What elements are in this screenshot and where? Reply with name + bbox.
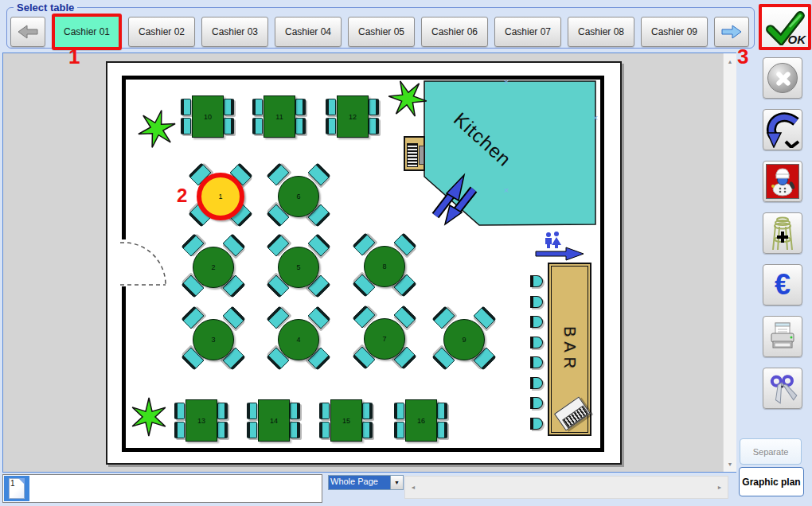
scroll-left-icon[interactable]: ◄ [407,477,420,498]
select-table-group: Select table Cashier 01Cashier 02Cashier… [6,2,755,49]
barstool-icon [767,215,798,251]
horizontal-scrollbar[interactable]: ◄ ► [404,476,728,499]
table-selection-screen: × × × × Kitchen BAR 16258347910111213141… [0,0,812,506]
table-4[interactable]: 4 [278,319,319,360]
table-6[interactable]: 6 [278,176,319,217]
next-cashier-button[interactable] [714,17,749,47]
toolbar: Select table Cashier 01Cashier 02Cashier… [0,0,812,51]
ok-label: OK [788,33,806,46]
add-stool-button[interactable] [763,212,802,254]
table-15[interactable]: 15 [330,399,362,442]
undo-button[interactable] [763,109,802,150]
left-arrow-icon [18,24,38,40]
scroll-right-icon[interactable]: ► [713,477,726,498]
cashier-button-05[interactable]: Cashier 05 [348,17,415,47]
close-icon [767,63,798,93]
page-thumbnail[interactable]: 1 [4,476,29,501]
dropdown-arrow-icon[interactable]: ▼ [390,476,403,489]
table-7[interactable]: 7 [364,318,405,360]
undo-icon [764,111,801,148]
cashier-buttons: Cashier 01Cashier 02Cashier 03Cashier 04… [52,14,708,50]
table-13[interactable]: 13 [185,399,217,442]
table-8[interactable]: 8 [364,246,405,287]
cashier-button-08[interactable]: Cashier 08 [568,17,634,47]
scroll-down-icon[interactable]: ▼ [724,457,736,470]
cash-register-icon [404,136,425,171]
table-14[interactable]: 14 [258,399,290,442]
select-table-label: Select table [14,2,77,14]
cashier-button-02[interactable]: Cashier 02 [128,17,195,47]
door-opening [120,239,127,286]
page-number: 1 [10,479,15,488]
table-5[interactable]: 5 [278,247,319,288]
prev-cashier-button[interactable] [10,17,45,47]
euro-button[interactable]: € [763,264,802,306]
table-10[interactable]: 10 [192,95,224,138]
table-1[interactable]: 1 [197,173,244,220]
chef-icon [766,164,799,199]
cashier-button-01[interactable]: Cashier 01 [52,14,122,50]
table-16[interactable]: 16 [405,399,437,442]
annotation-step-1: 1 [68,45,80,69]
right-arrow-icon [721,24,742,40]
ok-button[interactable]: OK [759,4,811,50]
printer-icon [767,321,798,352]
page-fold-icon [18,478,25,485]
sidebar-buttons: € [763,57,802,409]
cashier-button-06[interactable]: Cashier 06 [421,17,488,47]
tab-graphic-plan[interactable]: Graphic plan [739,467,804,496]
view-mode-select[interactable]: Whole Page ▼ [328,475,404,490]
page-list[interactable] [2,474,322,503]
cashier-button-03[interactable]: Cashier 03 [201,17,268,47]
euro-icon: € [775,271,791,299]
vertical-scrollbar[interactable]: ▲ ▼ [723,53,736,472]
table-11[interactable]: 11 [264,95,295,138]
annotation-step-2: 2 [177,185,187,207]
chef-button[interactable] [763,161,802,202]
scroll-up-icon[interactable]: ▲ [724,55,736,68]
print-button[interactable] [763,316,802,357]
view-mode-value: Whole Page [329,476,390,489]
tab-separate[interactable]: Separate [740,438,802,465]
table-9[interactable]: 9 [443,319,485,360]
table-2[interactable]: 2 [193,247,234,288]
cashier-button-04[interactable]: Cashier 04 [275,17,342,47]
cashier-button-09[interactable]: Cashier 09 [641,17,708,47]
cashier-button-07[interactable]: Cashier 07 [494,17,561,47]
table-12[interactable]: 12 [337,95,369,138]
cut-button[interactable] [763,368,802,409]
scissors-icon [767,372,798,404]
close-button[interactable] [763,57,802,99]
page-icon: 1 [9,478,25,499]
annotation-step-3: 3 [737,45,748,69]
table-3[interactable]: 3 [193,319,234,360]
